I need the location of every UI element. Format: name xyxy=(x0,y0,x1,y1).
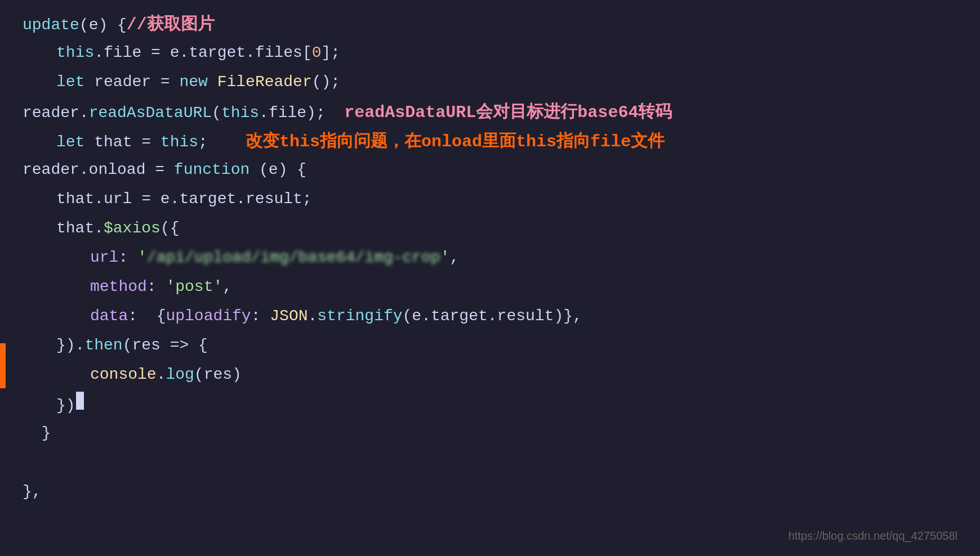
code-line-8: that.$axios({ xyxy=(56,216,957,245)
watermark: https://blog.csdn.net/qq_4275058l xyxy=(789,527,957,545)
code-line-6: reader.onload = function (e) { xyxy=(23,158,957,187)
code-line-1: update(e) {//获取图片 xyxy=(23,11,957,41)
code-line-16 xyxy=(23,450,957,479)
code-line-5: let that = this; 改变this指向问题，在onload里面thi… xyxy=(56,128,957,158)
comment-1: //获取图片 xyxy=(127,11,215,38)
code-editor: update(e) {//获取图片 this.file = e.target.f… xyxy=(0,0,980,520)
code-line-17: }, xyxy=(23,479,957,509)
text-cursor xyxy=(76,392,84,410)
kw-let-1: let xyxy=(56,70,84,95)
kw-this-1: this xyxy=(56,41,94,66)
code-line-10: method: 'post', xyxy=(90,275,957,304)
code-line-12: }).then(res => { xyxy=(56,333,957,362)
code-line-11: data: {uploadify: JSON.stringify(e.targe… xyxy=(90,304,957,333)
code-line-2: this.file = e.target.files[0]; xyxy=(56,41,957,70)
code-line-9: url: '/api/upload/img/base64/img-crop', xyxy=(90,245,957,275)
code-line-14: }) xyxy=(56,392,957,421)
left-accent-bar xyxy=(0,343,6,388)
code-line-4: reader.readAsDataURL(this.file); readAsD… xyxy=(23,99,957,128)
fn-update: update xyxy=(23,13,79,38)
code-line-7: that.url = e.target.result; xyxy=(56,187,957,216)
comment-3: 改变this指向问题，在onload里面this指向file文件 xyxy=(246,128,665,155)
code-line-3: let reader = new FileReader(); xyxy=(56,70,957,99)
comment-2: readAsDataURL会对目标进行base64转码 xyxy=(344,99,672,126)
code-line-13: console.log(res) xyxy=(90,362,957,392)
punc-1: (e) { xyxy=(79,13,127,38)
code-line-15: } xyxy=(23,421,957,450)
